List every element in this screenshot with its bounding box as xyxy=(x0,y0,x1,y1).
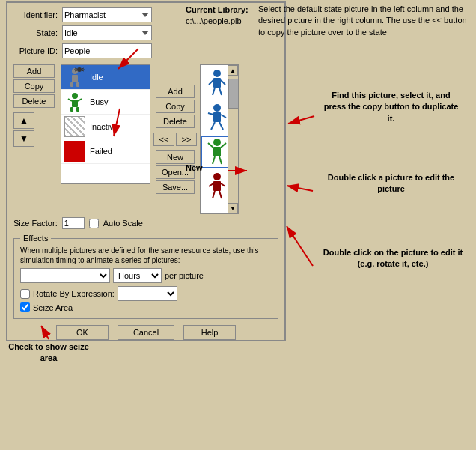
timing-select[interactable] xyxy=(20,268,110,283)
find-picture-text: Find this picture, select it, and press … xyxy=(324,91,459,123)
scrollbar-thumb[interactable] xyxy=(228,79,239,109)
library-path: c:\...\people.plb xyxy=(186,16,242,25)
state-select[interactable]: Idle xyxy=(62,25,152,40)
svg-point-6 xyxy=(77,67,82,72)
pic-person-3-svg xyxy=(204,137,231,167)
identifier-select[interactable]: Pharmacist xyxy=(62,7,152,22)
arrow-btn-group: ▲ ▼ xyxy=(13,112,55,147)
dialog-box: Identifier: Pharmacist State: Idle Pictu… xyxy=(6,1,286,341)
rotate-expr-select[interactable] xyxy=(118,286,177,301)
mid-save-button[interactable]: Save... xyxy=(156,180,195,194)
seize-checkbox[interactable] xyxy=(20,302,30,312)
svg-rect-3 xyxy=(72,75,78,82)
instruction-callout: Select the default state picture in the … xyxy=(258,4,472,38)
panels-area: Add Copy Delete ▲ ▼ xyxy=(7,64,284,340)
add-button[interactable]: Add xyxy=(13,64,55,78)
right-picture-panel[interactable]: ▲ xyxy=(200,64,239,214)
pic-person-1-svg xyxy=(204,68,231,98)
double-click-rotate-text: Double click on the picture to edit it (… xyxy=(323,248,463,268)
failed-icon xyxy=(64,141,85,162)
mid-btns-group: Add Copy Delete << >> New Open... Save..… xyxy=(153,64,197,214)
svg-line-29 xyxy=(211,122,215,130)
svg-line-17 xyxy=(68,99,72,101)
state-item-inactive[interactable]: Inactive xyxy=(61,115,150,139)
double-click-rotate-callout: Double click on the picture to edit it (… xyxy=(318,247,468,270)
rotate-checkbox[interactable] xyxy=(20,289,30,299)
state-item-busy[interactable]: Busy xyxy=(61,90,150,115)
new-callout: New xyxy=(186,163,203,172)
size-factor-input[interactable]: 1 xyxy=(62,217,85,229)
double-click-edit-callout: Double click a picture to edit the pictu… xyxy=(322,172,460,195)
rotate-row: Rotate By Expression: xyxy=(20,286,272,301)
svg-line-35 xyxy=(213,156,215,164)
svg-line-36 xyxy=(219,156,222,164)
arrow-up-button[interactable]: ▲ xyxy=(13,112,34,129)
svg-line-18 xyxy=(78,99,82,101)
help-button[interactable]: Help xyxy=(183,325,236,340)
svg-point-25 xyxy=(213,104,221,112)
transfer-right-button[interactable]: >> xyxy=(176,133,197,146)
mid-new-button[interactable]: New xyxy=(156,150,195,164)
new-text: New xyxy=(186,163,203,172)
svg-rect-15 xyxy=(70,107,73,112)
picture-id-input[interactable]: People xyxy=(62,43,152,58)
svg-rect-26 xyxy=(213,112,221,122)
busy-icon xyxy=(64,91,85,112)
transfer-left-button[interactable]: << xyxy=(153,133,174,146)
svg-rect-38 xyxy=(213,181,221,191)
rotate-label: Rotate By Expression: xyxy=(33,289,115,298)
idle-person-svg xyxy=(64,67,85,88)
cancel-button[interactable]: Cancel xyxy=(118,325,174,340)
library-info: Current Library: c:\...\people.plb xyxy=(186,4,248,28)
svg-rect-16 xyxy=(76,107,79,112)
auto-scale-checkbox[interactable] xyxy=(89,219,99,228)
picture-list xyxy=(201,67,228,203)
state-item-idle[interactable]: Idle xyxy=(61,65,150,90)
scrollbar-track[interactable] xyxy=(228,76,238,203)
svg-line-42 xyxy=(219,191,222,198)
auto-scale-label: Auto Scale xyxy=(103,219,143,228)
per-picture-label: per picture xyxy=(165,271,204,280)
svg-rect-32 xyxy=(213,147,221,156)
svg-point-13 xyxy=(72,93,78,99)
state-item-failed[interactable]: Failed xyxy=(61,139,150,164)
busy-person-svg xyxy=(64,91,85,112)
identifier-label: Identifier: xyxy=(13,10,62,19)
check-seize-text: Check to show seize area xyxy=(8,342,89,362)
bottom-btns-group: OK Cancel Help xyxy=(13,325,278,340)
effects-fieldset: Effects When multiple pictures are defin… xyxy=(13,234,278,319)
pic-person-2-svg xyxy=(204,103,231,133)
find-picture-callout: Find this picture, select it, and press … xyxy=(322,90,460,124)
arrow-down-button[interactable]: ▼ xyxy=(13,130,34,147)
svg-rect-14 xyxy=(72,100,78,107)
effects-description: When multiple pictures are defined for t… xyxy=(20,246,272,265)
busy-state-name: Busy xyxy=(90,97,108,106)
transfer-btns-group: << >> xyxy=(153,133,197,146)
panels-container: Add Copy Delete ▲ ▼ xyxy=(13,64,278,214)
delete-button[interactable]: Delete xyxy=(13,94,55,108)
time-unit-select[interactable]: Hours xyxy=(113,268,162,283)
svg-rect-5 xyxy=(76,82,79,87)
mid-add-button[interactable]: Add xyxy=(156,85,195,98)
svg-point-19 xyxy=(213,70,221,77)
picture-id-label: Picture ID: xyxy=(13,46,62,55)
svg-line-39 xyxy=(209,183,213,186)
state-list[interactable]: Idle Busy xyxy=(61,64,150,184)
mid-copy-button[interactable]: Copy xyxy=(156,100,195,113)
svg-line-21 xyxy=(209,80,213,85)
svg-line-27 xyxy=(208,113,213,115)
size-factor-row: Size Factor: 1 Auto Scale xyxy=(13,217,278,229)
mid-delete-button[interactable]: Delete xyxy=(156,115,195,128)
svg-point-31 xyxy=(213,139,221,146)
svg-line-34 xyxy=(221,143,226,148)
svg-line-23 xyxy=(213,88,215,95)
failed-state-name: Failed xyxy=(90,147,112,156)
copy-button[interactable]: Copy xyxy=(13,79,55,93)
scroll-up-button[interactable]: ▲ xyxy=(228,65,238,76)
svg-line-12 xyxy=(82,70,84,71)
scroll-down-button[interactable]: ▼ xyxy=(228,203,238,213)
svg-rect-20 xyxy=(213,78,221,88)
svg-rect-4 xyxy=(70,82,73,87)
ok-button[interactable]: OK xyxy=(56,325,109,340)
svg-line-10 xyxy=(82,68,84,69)
